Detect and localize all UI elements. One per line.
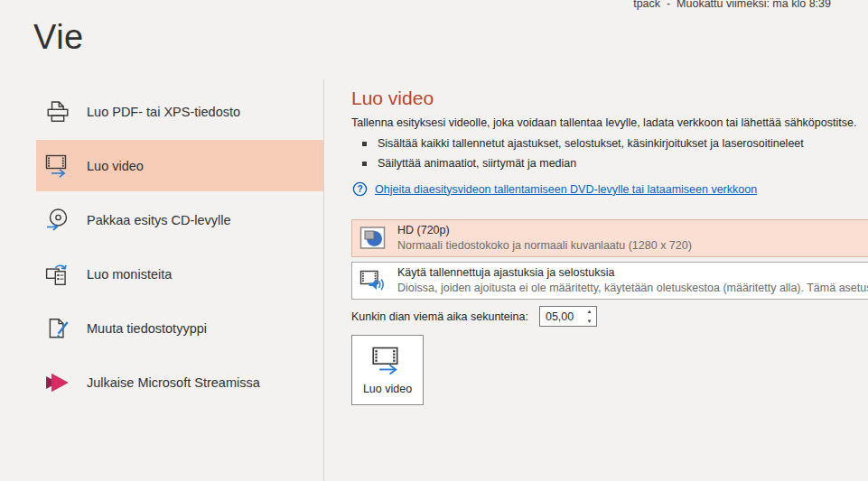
sidebar-item-publish-stream[interactable]: Julkaise Microsoft Streamissa — [36, 356, 323, 408]
page-title: Vie — [33, 18, 84, 57]
spinner-down-icon[interactable]: ▼ — [583, 317, 596, 327]
timings-subtitle: Dioissa, joiden ajoitusta ei ole määrite… — [397, 281, 868, 296]
handouts-pages-icon — [43, 260, 72, 289]
sidebar-item-create-pdf-xps[interactable]: Luo PDF- tai XPS-tiedosto — [36, 86, 323, 137]
panel-heading: Luo video — [351, 87, 868, 110]
bullet-square-icon — [362, 162, 367, 166]
create-video-panel: Luo video Tallenna esityksesi videolle, … — [351, 87, 868, 405]
timings-film-speaker-icon — [358, 265, 388, 296]
panel-description: Tallenna esityksesi videolle, joka voida… — [351, 116, 868, 129]
timings-narrations-dropdown[interactable]: Käytä tallennettuja ajastuksia ja selost… — [351, 262, 868, 300]
help-link[interactable]: Ohjeita diaesitysvideon tallentamiseen D… — [375, 183, 757, 196]
sidebar-item-package-cd[interactable]: Pakkaa esitys CD-levylle — [36, 194, 323, 245]
sidebar-item-change-file-type[interactable]: Muuta tiedostotyyppi — [36, 302, 323, 354]
video-quality-icon — [358, 223, 388, 254]
quality-title: HD (720p) — [397, 223, 692, 238]
video-film-arrow-icon — [43, 152, 72, 180]
spinner-up-icon[interactable]: ▲ — [583, 307, 596, 317]
sidebar-item-label: Luo PDF- tai XPS-tiedosto — [87, 105, 240, 119]
spinner-buttons: ▲ ▼ — [583, 307, 596, 326]
cd-disc-arrow-icon — [43, 206, 72, 235]
seconds-per-slide-label: Kunkin dian viemä aika sekunteina: — [351, 310, 528, 323]
seconds-spinner: ▲ ▼ — [539, 306, 597, 327]
quality-dropdown-text: HD (720p) Normaali tiedostokoko ja norma… — [397, 223, 692, 254]
seconds-input[interactable] — [540, 307, 583, 326]
sidebar-item-label: Julkaise Microsoft Streamissa — [87, 375, 260, 390]
sidebar-item-label: Pakkaa esitys CD-levylle — [87, 213, 231, 227]
file-pencil-icon — [43, 314, 72, 343]
bullet-text: Säilyttää animaatiot, siirtymät ja media… — [378, 157, 576, 170]
timings-title: Käytä tallennettuja ajastuksia ja selost… — [397, 265, 868, 281]
svg-text:?: ? — [357, 184, 362, 194]
bullet-square-icon — [362, 142, 367, 146]
timings-dropdown-text: Käytä tallennettuja ajastuksia ja selost… — [397, 265, 868, 296]
sidebar-item-create-video[interactable]: Luo video — [36, 140, 323, 191]
video-film-arrow-icon — [368, 346, 407, 376]
document-status: tpack - Muokattu viimeksi: ma klo 8:39 — [633, 0, 831, 10]
microsoft-stream-icon — [43, 368, 72, 397]
feature-bullet: Sisältää kaikki tallennetut ajastukset, … — [362, 137, 868, 150]
sidebar-divider — [323, 79, 324, 481]
help-question-icon: ? — [352, 181, 368, 197]
video-quality-dropdown[interactable]: HD (720p) Normaali tiedostokoko ja norma… — [351, 219, 868, 257]
quality-subtitle: Normaali tiedostokoko ja normaali kuvanl… — [397, 238, 692, 254]
sidebar-item-label: Luo monisteita — [87, 267, 172, 282]
create-video-button[interactable]: Luo video — [351, 335, 424, 405]
pdf-xps-printer-icon — [43, 97, 72, 126]
seconds-per-slide-row: Kunkin dian viemä aika sekunteina: ▲ ▼ — [351, 306, 868, 327]
sidebar-item-label: Luo video — [87, 159, 144, 173]
bullet-text: Sisältää kaikki tallennetut ajastukset, … — [378, 137, 804, 150]
create-video-button-label: Luo video — [363, 383, 412, 395]
feature-bullet: Säilyttää animaatiot, siirtymät ja media… — [362, 157, 868, 170]
sidebar-item-create-handouts[interactable]: Luo monisteita — [36, 248, 323, 300]
export-sidebar: Luo PDF- tai XPS-tiedosto Luo video — [36, 86, 323, 411]
sidebar-item-label: Muuta tiedostotyyppi — [87, 321, 207, 336]
help-link-row: ? Ohjeita diaesitysvideon tallentamiseen… — [352, 181, 868, 197]
